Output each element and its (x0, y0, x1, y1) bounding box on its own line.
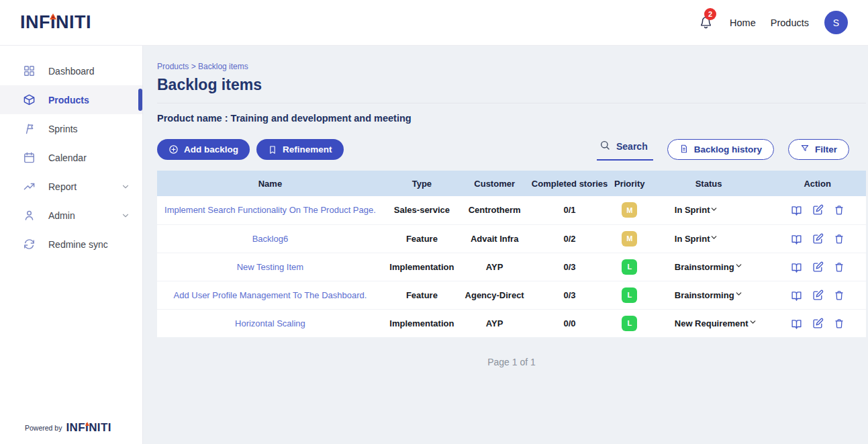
backlog-history-button[interactable]: Backlog history (667, 139, 774, 160)
sidebar-item-admin[interactable]: Admin (0, 201, 142, 230)
trash-icon[interactable] (834, 318, 845, 329)
user-avatar[interactable]: S (824, 11, 848, 34)
book-open-icon[interactable] (791, 204, 802, 216)
product-name-label: Product name : Training and development … (157, 113, 866, 124)
status-dropdown[interactable]: In Sprint (648, 205, 769, 216)
powered-by-label: Powered by (25, 424, 62, 432)
backlog-name-link[interactable]: Backlog6 (252, 234, 288, 244)
backlog-table: Name Type Customer Completed stories Pri… (157, 171, 866, 337)
search-control[interactable]: Search (597, 138, 653, 161)
document-icon (679, 144, 689, 156)
table-header: Name Type Customer Completed stories Pri… (157, 171, 866, 196)
sprint-flag-icon (23, 122, 36, 135)
logo-flame-icon (85, 422, 89, 426)
priority-badge: M (622, 202, 637, 218)
sidebar-item-dashboard[interactable]: Dashboard (0, 56, 142, 85)
col-action: Action (769, 171, 866, 196)
chevron-down-icon (121, 211, 130, 220)
active-indicator (138, 89, 142, 111)
status-dropdown[interactable]: Brainstorming (648, 261, 769, 272)
edit-icon[interactable] (812, 290, 824, 301)
filter-button[interactable]: Filter (788, 139, 849, 160)
completed-stories-cell: 0/1 (528, 196, 610, 224)
customer-cell: AYP (461, 253, 528, 281)
trash-icon[interactable] (834, 204, 845, 216)
logo-text-2: I (50, 12, 56, 33)
main-content: Products > Backlog items Backlog items P… (143, 46, 868, 444)
priority-badge: L (622, 287, 637, 303)
breadcrumb[interactable]: Products > Backlog items (157, 62, 866, 71)
col-name: Name (157, 171, 383, 196)
completed-stories-cell: 0/0 (528, 309, 610, 337)
grid-icon (23, 64, 36, 77)
search-label: Search (616, 141, 648, 152)
completed-stories-cell: 0/3 (528, 281, 610, 309)
sidebar-item-report[interactable]: Report (0, 172, 142, 201)
cube-icon (23, 93, 36, 106)
edit-icon[interactable] (812, 204, 824, 216)
sidebar-item-calendar[interactable]: Calendar (0, 143, 142, 172)
edit-icon[interactable] (812, 318, 824, 329)
table-row: Add User Profile Management To The Dashb… (157, 281, 866, 309)
table-row: New Testing Item Implementation AYP 0/3 … (157, 253, 866, 281)
chevron-down-icon (710, 233, 718, 244)
backlog-name-link[interactable]: Horizontal Scaling (235, 318, 305, 328)
footer-logo: INFINITI (66, 421, 111, 435)
sidebar-item-label: Dashboard (48, 66, 95, 77)
sidebar-item-label: Admin (48, 210, 75, 221)
status-dropdown[interactable]: Brainstorming (648, 290, 769, 300)
status-dropdown[interactable]: In Sprint (648, 233, 769, 244)
completed-stories-cell: 0/2 (528, 224, 610, 253)
type-cell: Feature (383, 281, 461, 309)
toolbar-right: Search Backlog history Filter (597, 138, 849, 161)
action-cell (769, 290, 866, 301)
chevron-down-icon (710, 205, 718, 216)
table-row: Horizontal Scaling Implementation AYP 0/… (157, 309, 866, 337)
backlog-name-link[interactable]: Implement Search Functionality On The Pr… (164, 205, 376, 215)
priority-badge: L (622, 316, 637, 331)
sidebar-item-products[interactable]: Products (0, 85, 142, 114)
funnel-icon (800, 144, 810, 155)
book-open-icon[interactable] (791, 318, 802, 329)
edit-icon[interactable] (812, 261, 824, 273)
status-value: In Sprint (675, 205, 710, 215)
brand-logo[interactable]: INFINITI (20, 12, 91, 33)
trash-icon[interactable] (834, 290, 845, 301)
type-cell: Implementation (383, 253, 461, 281)
book-open-icon[interactable] (791, 290, 802, 301)
col-status: Status (648, 171, 769, 196)
refinement-button[interactable]: Refinement (256, 139, 344, 160)
status-dropdown[interactable]: New Requirement (648, 318, 769, 328)
nav-home[interactable]: Home (722, 17, 763, 28)
table-body: Implement Search Functionality On The Pr… (157, 196, 866, 337)
sidebar-item-redmine-sync[interactable]: Redmine sync (0, 230, 142, 259)
notification-badge: 2 (704, 8, 716, 20)
backlog-name-link[interactable]: Add User Profile Management To The Dashb… (174, 290, 367, 300)
book-open-icon[interactable] (791, 233, 802, 245)
toolbar: Add backlog Refinement Search (157, 138, 866, 161)
top-header: INFINITI 2 Home Products S (0, 0, 868, 46)
header-right: 2 Home Products S (699, 11, 848, 34)
pagination: Page 1 of 1 (157, 357, 866, 367)
action-cell (769, 318, 866, 329)
sidebar-item-label: Sprints (48, 124, 78, 134)
nav-products[interactable]: Products (763, 17, 816, 28)
add-backlog-button[interactable]: Add backlog (157, 139, 250, 160)
action-cell (769, 233, 866, 245)
col-priority: Priority (611, 171, 648, 196)
sidebar: Dashboard Products Sprints Calendar R (0, 46, 143, 444)
sidebar-item-sprints[interactable]: Sprints (0, 114, 142, 143)
trending-up-icon (23, 180, 36, 193)
table-row: Implement Search Functionality On The Pr… (157, 196, 866, 224)
trash-icon[interactable] (834, 261, 845, 273)
type-cell: Implementation (383, 309, 461, 337)
trash-icon[interactable] (834, 233, 845, 245)
edit-icon[interactable] (812, 233, 824, 245)
backlog-name-link[interactable]: New Testing Item (237, 262, 303, 272)
priority-badge: L (622, 259, 637, 275)
calendar-icon (23, 151, 36, 164)
col-type: Type (383, 171, 461, 196)
logo-flame-icon (50, 13, 56, 19)
book-open-icon[interactable] (791, 261, 802, 273)
notifications-button[interactable]: 2 (699, 15, 713, 30)
